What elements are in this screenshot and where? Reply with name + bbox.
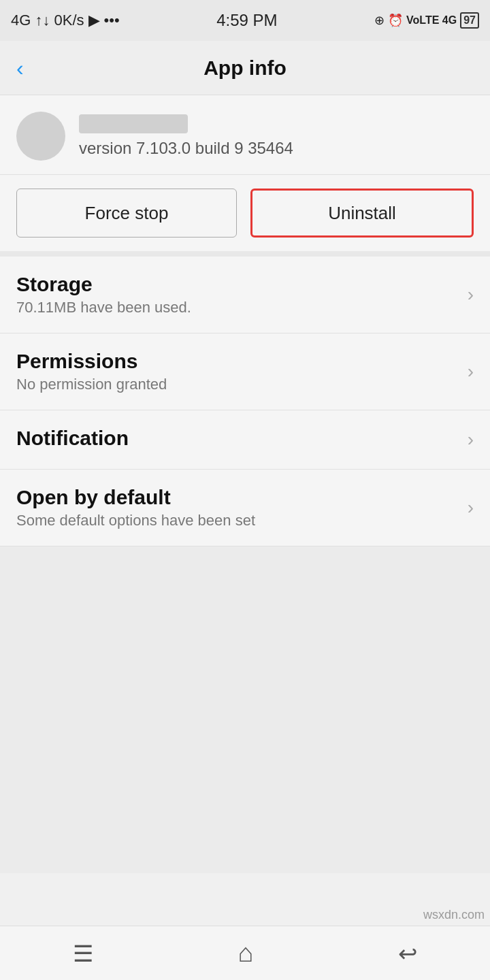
watermark: wsxdn.com: [423, 908, 485, 922]
back-nav-icon[interactable]: ↩: [398, 940, 417, 967]
notification-chevron-icon: ›: [468, 429, 474, 451]
battery-indicator: 97: [460, 12, 479, 29]
open-by-default-content: Open by default Some default options hav…: [16, 486, 255, 529]
notification-content: Notification: [16, 427, 129, 453]
network-info: 4G ↑↓: [11, 12, 50, 29]
open-by-default-item[interactable]: Open by default Some default options hav…: [0, 470, 490, 546]
app-version: version 7.103.0 build 9 35464: [79, 139, 293, 158]
permissions-chevron-icon: ›: [468, 361, 474, 382]
action-buttons-section: Force stop Uninstall: [0, 175, 490, 257]
settings-list: Storage 70.11MB have been used. › Permis…: [0, 257, 490, 546]
storage-title: Storage: [16, 273, 191, 296]
app-name-blurred: [79, 114, 188, 133]
empty-content-area: [0, 546, 490, 873]
notification-title: Notification: [16, 427, 129, 450]
back-button[interactable]: ‹: [16, 57, 24, 79]
page-title: App info: [203, 56, 287, 80]
alarm-icon: ⏰: [388, 13, 403, 28]
volte-icon: VoLTE 4G: [406, 14, 457, 27]
media-icon: ▶: [88, 12, 100, 29]
status-left: 4G ↑↓ 0K/s ▶ •••: [11, 12, 120, 29]
app-bar: ‹ App info: [0, 41, 490, 95]
storage-subtitle: 70.11MB have been used.: [16, 299, 191, 316]
data-speed: 0K/s: [54, 12, 84, 29]
storage-chevron-icon: ›: [468, 284, 474, 306]
app-icon: [16, 112, 65, 161]
uninstall-button[interactable]: Uninstall: [250, 189, 474, 238]
storage-content: Storage 70.11MB have been used.: [16, 273, 191, 316]
permissions-content: Permissions No permission granted: [16, 350, 167, 393]
status-right: ⊕ ⏰ VoLTE 4G 97: [374, 12, 479, 29]
permissions-item[interactable]: Permissions No permission granted ›: [0, 333, 490, 410]
permissions-title: Permissions: [16, 350, 167, 373]
bluetooth-icon: ⊕: [374, 13, 385, 28]
force-stop-button[interactable]: Force stop: [16, 189, 237, 238]
more-icon: •••: [104, 12, 120, 29]
status-bar: 4G ↑↓ 0K/s ▶ ••• 4:59 PM ⊕ ⏰ VoLTE 4G 97: [0, 0, 490, 41]
menu-nav-icon[interactable]: ☰: [73, 940, 93, 967]
open-by-default-chevron-icon: ›: [468, 497, 474, 519]
open-by-default-subtitle: Some default options have been set: [16, 512, 255, 529]
battery-level: 97: [463, 14, 476, 27]
open-by-default-title: Open by default: [16, 486, 255, 509]
storage-item[interactable]: Storage 70.11MB have been used. ›: [0, 257, 490, 333]
permissions-subtitle: No permission granted: [16, 376, 167, 393]
app-name-version: version 7.103.0 build 9 35464: [79, 114, 293, 158]
app-info-section: version 7.103.0 build 9 35464: [0, 95, 490, 175]
home-nav-icon[interactable]: ⌂: [238, 938, 254, 968]
notification-item[interactable]: Notification ›: [0, 410, 490, 470]
nav-bar: ☰ ⌂ ↩: [0, 926, 490, 980]
status-time: 4:59 PM: [216, 11, 277, 30]
